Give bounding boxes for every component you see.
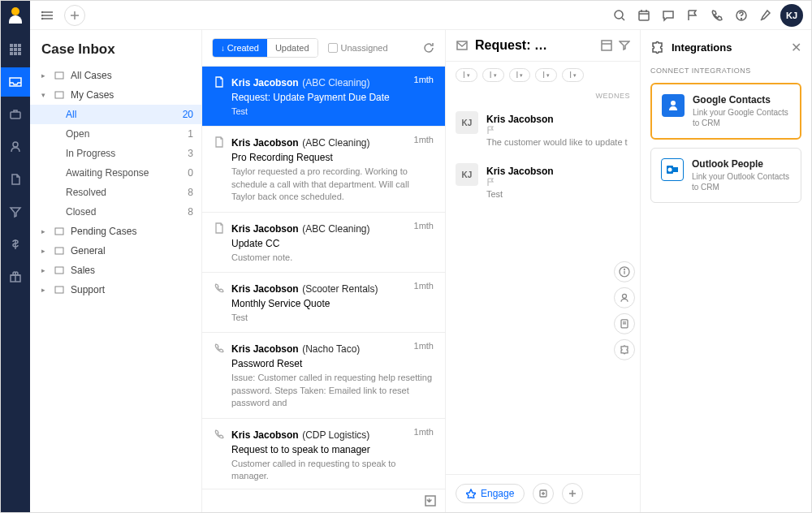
flag-icon[interactable] (486, 126, 630, 135)
detail-action-3[interactable]: I▾ (509, 68, 531, 82)
folder-sales[interactable]: ▸Sales (30, 261, 201, 280)
detail-action-2[interactable]: I▾ (482, 68, 504, 82)
rail-billing[interactable] (1, 230, 30, 259)
filter-resolved[interactable]: Resolved8 (30, 183, 201, 202)
info-action[interactable] (614, 261, 635, 282)
close-icon[interactable]: ✕ (791, 40, 801, 55)
rail-apps[interactable] (1, 35, 30, 64)
case-contact-name: Kris Jacobson (231, 77, 299, 88)
filter-label: Closed (66, 206, 96, 218)
filter-in-progress[interactable]: In Progress3 (30, 144, 201, 163)
rail-contacts[interactable] (1, 132, 30, 162)
case-contact-name: Kris Jacobson (231, 343, 299, 355)
folder-general[interactable]: ▸General (30, 241, 201, 261)
svg-point-52 (668, 168, 672, 172)
folder-label: Support (71, 284, 105, 295)
folder-icon (54, 265, 66, 275)
filter-closed[interactable]: Closed8 (30, 202, 201, 222)
tree-all-cases[interactable]: ▸ All Cases (30, 66, 201, 85)
chat-icon[interactable] (659, 6, 678, 25)
unassigned-checkbox[interactable]: Unassigned (328, 43, 388, 53)
case-title: Request: Update Payment Due Date (231, 92, 434, 103)
filter-icon[interactable] (619, 40, 630, 51)
sort-updated[interactable]: Updated (267, 39, 317, 57)
detail-action-5[interactable]: I▾ (562, 68, 584, 82)
svg-rect-19 (10, 48, 13, 51)
case-contact-name: Kris Jacobson (231, 283, 299, 295)
integration-card-google[interactable]: Google ContactsLink your Google Contacts… (650, 83, 801, 140)
filter-count: 8 (188, 187, 193, 198)
case-card[interactable]: 1mthKris Jacobson (Nacho Taco)Password R… (202, 333, 445, 418)
message[interactable]: KJKris JacobsonThe customer would like t… (456, 103, 630, 155)
case-card[interactable]: 1mthKris Jacobson (Scooter Rentals)Month… (202, 273, 445, 333)
folder-label: General (71, 245, 106, 256)
flag-icon[interactable] (683, 6, 702, 25)
flag-icon[interactable] (486, 178, 630, 187)
svg-point-5 (42, 18, 43, 19)
case-card[interactable]: 1mthKris Jacobson (ABC Cleaning)Pro Reco… (202, 127, 445, 212)
rail-inbox[interactable] (1, 67, 30, 97)
case-preview: Test (231, 106, 434, 118)
folder-icon (54, 246, 66, 256)
attach-button[interactable] (533, 483, 554, 504)
message-avatar: KJ (456, 111, 478, 134)
phone-icon[interactable] (707, 6, 727, 25)
integrations-subhead: CONNECT INTEGRATIONS (650, 67, 801, 75)
refresh-icon[interactable] (422, 41, 435, 54)
svg-rect-29 (55, 72, 63, 79)
list-icon[interactable] (38, 6, 58, 25)
add-button[interactable] (64, 5, 85, 26)
rail-filter[interactable] (1, 197, 30, 226)
case-time: 1mth (414, 281, 434, 291)
collapse-icon[interactable] (424, 494, 437, 507)
case-preview: Customer called in requesting to speak t… (231, 458, 434, 483)
case-title: Request to to speak to manager (231, 444, 434, 455)
filter-open[interactable]: Open1 (30, 124, 201, 144)
detail-action-4[interactable]: I▾ (535, 68, 557, 82)
tree-my-cases[interactable]: ▾ My Cases (30, 85, 201, 105)
user-action[interactable] (614, 287, 635, 308)
settings-icon[interactable] (756, 6, 775, 25)
rail-docs[interactable] (1, 165, 30, 194)
integrations-panel: Integrations ✕ CONNECT INTEGRATIONS Goog… (641, 30, 811, 512)
case-title: Password Reset (231, 358, 434, 369)
outlook-icon (661, 158, 684, 181)
case-title: Monthly Service Quote (231, 298, 434, 309)
user-avatar[interactable]: KJ (780, 4, 803, 27)
filter-all[interactable]: All20 (30, 105, 201, 124)
folder-icon (54, 226, 66, 236)
note-action[interactable] (614, 313, 635, 334)
phone-icon (214, 282, 225, 294)
folder-support[interactable]: ▸Support (30, 280, 201, 300)
case-card[interactable]: 1mthKris Jacobson (CDP Logistics)Request… (202, 419, 445, 489)
case-time: 1mth (414, 135, 434, 144)
detail-action-1[interactable]: I▾ (456, 68, 477, 82)
tree-label: All Cases (71, 70, 112, 81)
help-icon[interactable] (732, 6, 751, 25)
filter-awaiting-response[interactable]: Awaiting Response0 (30, 163, 201, 183)
puzzle-action[interactable] (614, 339, 635, 360)
calendar-icon[interactable] (634, 6, 654, 25)
filter-label: Open (66, 128, 89, 140)
case-company: (ABC Cleaning) (302, 137, 369, 149)
rail-gift[interactable] (1, 262, 30, 291)
layout-icon[interactable] (601, 40, 612, 51)
case-card[interactable]: 1mthKris Jacobson (ABC Cleaning)Update C… (202, 213, 445, 273)
case-company: (ABC Cleaning) (302, 77, 369, 88)
search-icon[interactable] (610, 6, 629, 25)
plus-button[interactable] (562, 483, 583, 504)
folder-pending-cases[interactable]: ▸Pending Cases (30, 222, 201, 241)
case-card[interactable]: 1mthKris Jacobson (ABC Cleaning)Request:… (202, 67, 445, 127)
filter-label: All (66, 109, 76, 120)
sort-created[interactable]: Created (213, 39, 267, 57)
google-icon (662, 94, 685, 117)
message[interactable]: KJKris JacobsonTest (456, 155, 630, 207)
app-logo[interactable] (1, 1, 30, 30)
integration-card-outlook[interactable]: Outlook PeopleLink your Outlook Contacts… (650, 148, 801, 203)
case-time: 1mth (414, 221, 434, 231)
rail-briefcase[interactable] (1, 100, 30, 129)
integration-title: Google Contacts (693, 94, 790, 106)
engage-button[interactable]: Engage (456, 484, 525, 503)
doc-icon (214, 76, 225, 88)
svg-rect-25 (11, 112, 20, 119)
